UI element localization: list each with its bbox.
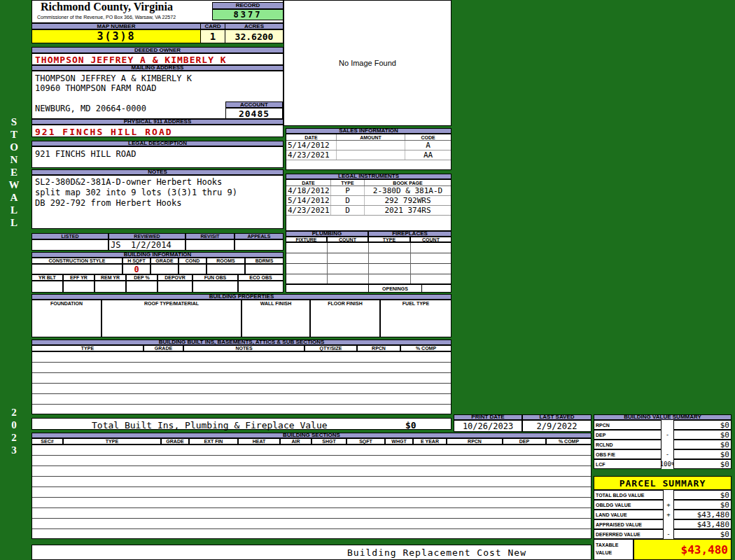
col-grade: GRADE	[144, 345, 183, 351]
col-rpcn: RPCN	[447, 438, 503, 444]
notes-label: NOTES	[31, 169, 284, 175]
openings-label: OPENINGS	[368, 284, 422, 293]
col-listed: LISTED	[31, 233, 108, 239]
notes-line-2: split map 302 into 9 lots (3(3)1 thru 9)	[35, 188, 237, 197]
bvs-row: RCLND $0	[594, 440, 732, 449]
map-number-label: MAP NUMBER	[31, 23, 201, 29]
col-pct-comp: % COMP	[546, 438, 592, 444]
col-remyr: REM YR	[94, 274, 126, 281]
divider	[368, 243, 369, 284]
building-info-header-row1: CONSTRUCTION STYLE H SQFT GRADE COND ROO…	[31, 258, 284, 264]
revisit-value	[186, 239, 234, 251]
last-saved-value: 2/9/2022	[522, 420, 592, 432]
col-fuel-type: FUEL TYPE	[381, 300, 451, 307]
col-sec: SEC#	[31, 438, 63, 444]
record-value: 8377	[212, 9, 284, 20]
mailing-line-1: THOMPSON JEFFREY A & KIMBERLY K	[35, 74, 192, 83]
building-info-value-row1: 0	[31, 264, 284, 274]
li-bookpage: 2-380D & 381A-D	[365, 186, 451, 195]
col-grade: GRADE	[150, 258, 178, 264]
parcel-op: +	[664, 510, 673, 519]
map-number-value: 3(3)8	[31, 29, 201, 43]
review-header-row: LISTED REVIEWED REVISIT APPEALS	[31, 233, 284, 239]
parcel-op	[664, 490, 673, 500]
col-appeals: APPEALS	[234, 233, 284, 239]
parcel-label: TOTAL BLDG VALUE	[594, 490, 664, 500]
cell	[158, 281, 192, 293]
county-subtitle: Commissioner of the Revenue, PO Box 366,…	[37, 15, 176, 20]
bvs-value: $0	[673, 440, 732, 449]
sales-date: 4/23/2021	[286, 150, 337, 160]
building-info-value-row2	[31, 281, 284, 293]
parcel-label: APPRAISED VALUE	[594, 519, 664, 529]
col-effyr: EFF YR	[63, 274, 94, 281]
parcel-row: TOTAL BLDG VALUE $0	[594, 490, 732, 500]
bvs-op	[662, 440, 673, 449]
table-row: 5/14/2012 A	[286, 141, 451, 150]
parcel-label: OBLDG VALUE	[594, 500, 664, 510]
col-rooms: ROOMS	[206, 258, 245, 264]
li-bookpage: 292 792WRS	[365, 196, 451, 205]
deeded-owner-panel: THOMPSON JEFFREY A & KIMBERLY K	[31, 53, 284, 65]
li-type: D	[331, 206, 365, 215]
divider	[410, 243, 411, 284]
sales-col-amount: AMOUNT	[337, 134, 405, 140]
cell	[150, 264, 178, 274]
col-hsqft: H SQFT	[122, 258, 150, 264]
building-sections-header-row: SEC# TYPE GRADE EXT FIN HEAT AIR SHGT SQ…	[31, 438, 592, 444]
sales-col-code: CODE	[405, 134, 451, 140]
notes-line-1: SL2-380D&2-381A-D-owner Herbert Hooks	[35, 177, 222, 187]
card-value: 1	[200, 29, 225, 43]
col-ext-fin: EXT FIN	[189, 438, 238, 444]
col-cond: COND	[178, 258, 206, 264]
col-rpcn: RPCN	[357, 345, 400, 351]
sales-date: 5/14/2012	[286, 141, 337, 150]
parcel-op: -	[664, 529, 673, 539]
col-qty-size: QTY/SIZE	[304, 345, 357, 351]
li-type: D	[331, 196, 365, 205]
col-roof: ROOF TYPE/MATERIAL	[102, 300, 241, 307]
bvs-value: $0	[673, 420, 732, 430]
li-date: 5/14/2012	[286, 196, 331, 205]
bvs-row: LCF 100% $0	[594, 459, 732, 469]
mailing-line-3: NEWBURG, MD 20664-0000	[35, 104, 146, 113]
cell	[245, 264, 284, 274]
bvs-op: -	[662, 430, 673, 440]
col-revisit: REVISIT	[186, 233, 234, 239]
parcel-summary-title: PARCEL SUMMARY	[594, 476, 732, 490]
hsqft-value: 0	[122, 264, 150, 274]
built-ins-header-row: TYPE GRADE NOTES QTY/SIZE RPCN % COMP	[31, 345, 451, 351]
col-fireplace-type: TYPE	[368, 237, 410, 242]
built-ins-title: BUILDING BUILT INS, BASEMENTS, ATTICS & …	[31, 340, 451, 345]
col-dep: DEP	[503, 438, 546, 444]
cell	[238, 281, 284, 293]
account-label: ACCOUNT	[225, 102, 283, 108]
cell	[206, 264, 245, 274]
plumbing-title: PLUMBING	[286, 231, 368, 237]
appeals-value	[234, 239, 284, 251]
col-dep-pct: DEP %	[126, 274, 158, 281]
parcel-value: $43,480	[673, 510, 732, 519]
cell	[63, 281, 94, 293]
legal-description-panel: 921 FINCHS HILL ROAD	[31, 146, 284, 168]
bvs-op	[662, 420, 673, 430]
parcel-value: $0	[673, 490, 732, 500]
col-pct-comp: % COMP	[400, 345, 451, 351]
building-properties-title: BUILDING PROPERTIES	[31, 294, 451, 300]
physical-address-panel: 921 FINCHS HILL ROAD	[31, 125, 284, 137]
parcel-op	[664, 519, 673, 529]
sales-code: A	[405, 141, 451, 150]
col-depovr: DEPOVR	[158, 274, 192, 281]
reviewed-value: JS 1/2/2014	[108, 239, 186, 251]
built-ins-empty-rows	[31, 351, 451, 414]
sales-title: SALES INFORMATION	[286, 128, 451, 134]
col-floor-finish: FLOOR FINISH	[311, 300, 379, 307]
parcel-row: LAND VALUE + $43,480	[594, 510, 732, 519]
built-ins-total-label: Total Built Ins, Plumbing & Fireplace Va…	[92, 420, 328, 430]
bvs-row: DEP - $0	[594, 430, 732, 440]
sidebar-district-label: STONEWALL	[8, 116, 20, 230]
parcel-value: $0	[673, 529, 732, 539]
physical-address-label: PHYSICAL 911 ADDRESS	[31, 119, 284, 125]
li-type: P	[331, 186, 365, 195]
cell	[192, 281, 238, 293]
